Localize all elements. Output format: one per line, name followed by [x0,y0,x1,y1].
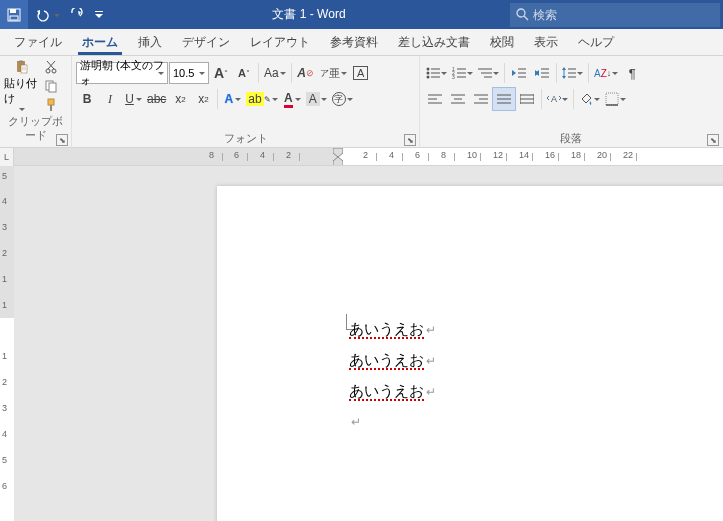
ruler-v-tick: 1 [2,300,7,310]
tab-home[interactable]: ホーム [72,29,128,55]
ruler-v-tick: 6 [2,481,7,491]
paragraph-dialog-launcher[interactable]: ⬊ [707,134,719,146]
svg-point-20 [427,68,430,71]
document-canvas[interactable]: あいうえお↵あいうえお↵あいうえお↵↵ [14,166,723,521]
phonetic-guide-button[interactable]: ア亜 [318,62,349,84]
tab-selector[interactable]: L [0,148,14,166]
numbering-button[interactable]: 123 [450,62,475,84]
svg-text:A: A [551,94,557,104]
search-icon [516,8,529,21]
underline-button[interactable]: U [122,88,144,110]
align-left-button[interactable] [424,88,446,110]
paragraph[interactable]: あいうえお↵ [349,345,436,376]
ruler-v-tick: 1 [2,274,7,284]
paragraph[interactable]: あいうえお↵ [349,314,436,345]
paragraph[interactable]: あいうえお↵ [349,376,436,407]
text-effects-button[interactable]: A [221,88,243,110]
distribute-button[interactable] [516,88,538,110]
show-marks-button[interactable]: ¶ [621,62,643,84]
tab-help[interactable]: ヘルプ [568,29,624,55]
ruler-h-tick: 8 [441,150,446,160]
sort-button[interactable]: AZ↓ [592,62,620,84]
undo-button[interactable] [28,4,62,26]
copy-button[interactable] [40,77,62,94]
svg-point-4 [517,9,525,17]
change-case-button[interactable]: Aa [262,62,288,84]
svg-line-14 [48,61,55,69]
strikethrough-button[interactable]: abc [145,88,168,110]
font-color-button[interactable]: A [281,88,303,110]
tab-mailings[interactable]: 差し込み文書 [388,29,480,55]
tab-references[interactable]: 参考資料 [320,29,388,55]
paragraph[interactable]: ↵ [349,406,436,437]
copy-icon [44,79,58,93]
svg-rect-18 [48,99,54,105]
ruler-h-tick: 6 [234,150,239,160]
cut-button[interactable] [40,58,62,75]
font-name-select[interactable]: 游明朝 (本文のフォ [76,62,168,84]
multilevel-icon [478,67,492,79]
clear-formatting-button[interactable]: A⊘ [295,62,317,84]
save-button[interactable] [0,0,28,29]
tab-review[interactable]: 校閲 [480,29,524,55]
redo-button[interactable] [62,0,90,29]
ruler-vertical[interactable]: 543211123456 [0,166,14,521]
ruler-v-tick: 4 [2,429,7,439]
numbering-icon: 123 [452,67,466,79]
svg-text:3: 3 [452,74,455,79]
italic-button[interactable]: I [99,88,121,110]
ruler-h-tick: 18 [571,150,581,160]
tab-view[interactable]: 表示 [524,29,568,55]
window-title: 文書 1 - Word [108,6,510,23]
align-right-button[interactable] [470,88,492,110]
group-paragraph: 123 AZ↓ ¶ A [420,56,722,148]
ruler-horizontal[interactable]: L 8642246810121416182022 [0,148,723,166]
font-size-select[interactable]: 10.5 [169,62,209,84]
superscript-button[interactable]: x2 [192,88,214,110]
borders-button[interactable] [603,88,628,110]
ruler-v-tick: 2 [2,377,7,387]
line-spacing-button[interactable] [560,62,585,84]
ruler-h-tick: 16 [545,150,555,160]
search-input[interactable] [533,8,714,22]
hanging-indent-marker[interactable] [333,157,343,165]
shading-button[interactable] [577,88,602,110]
character-shading-button[interactable]: A [304,88,329,110]
ruler-v-tick: 5 [2,455,7,465]
grow-font-button[interactable]: A˄ [210,62,232,84]
asian-layout-button[interactable]: A [545,88,570,110]
bold-button[interactable]: B [76,88,98,110]
character-border-button[interactable]: A [350,62,372,84]
subscript-button[interactable]: x2 [169,88,191,110]
enclose-characters-button[interactable]: 字 [330,88,355,110]
clipboard-dialog-launcher[interactable]: ⬊ [56,134,68,146]
tab-layout[interactable]: レイアウト [240,29,320,55]
svg-rect-19 [50,105,52,111]
increase-indent-button[interactable] [531,62,553,84]
document-content[interactable]: あいうえお↵あいうえお↵あいうえお↵↵ [349,314,436,437]
svg-rect-8 [21,65,27,73]
borders-icon [605,92,619,106]
paste-button[interactable]: 貼り付け [4,58,40,114]
ruler-v-tick: 1 [2,351,7,361]
shrink-font-button[interactable]: A˅ [233,62,255,84]
justify-button[interactable] [493,88,515,110]
bullets-button[interactable] [424,62,449,84]
font-dialog-launcher[interactable]: ⬊ [404,134,416,146]
tab-file[interactable]: ファイル [4,29,72,55]
qat-customize-button[interactable] [90,0,108,29]
clipboard-label: クリップボード [4,114,67,131]
decrease-indent-button[interactable] [508,62,530,84]
work-area: 543211123456 あいうえお↵あいうえお↵あいうえお↵↵ [0,166,723,521]
highlight-button[interactable]: ab✎ [244,88,279,110]
svg-rect-63 [606,93,618,105]
format-painter-button[interactable] [40,97,62,114]
tab-design[interactable]: デザイン [172,29,240,55]
ruler-h-tick: 8 [209,150,214,160]
align-center-button[interactable] [447,88,469,110]
search-box[interactable] [510,3,720,27]
ruler-v-tick: 2 [2,248,7,258]
ruler-v-tick: 5 [2,171,7,181]
multilevel-list-button[interactable] [476,62,501,84]
tab-insert[interactable]: 挿入 [128,29,172,55]
